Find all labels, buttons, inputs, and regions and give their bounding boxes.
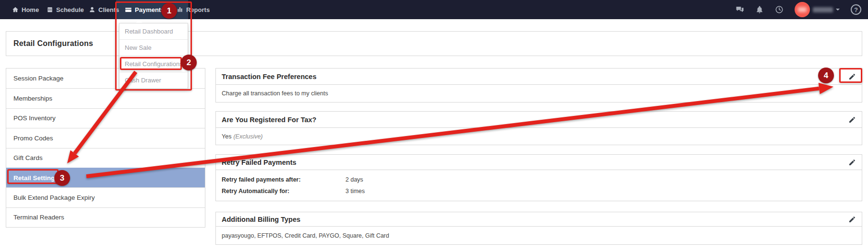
user-menu[interactable] [795, 2, 840, 17]
section-transaction-fee-preferences: Transaction Fee Preferences Charge all t… [215, 68, 862, 103]
section-header: Additional Billing Types [215, 212, 862, 227]
page-title: Retail Configurations [13, 39, 93, 48]
sidebar-item-label: Retail Settings [13, 174, 59, 182]
home-icon [12, 6, 19, 13]
chevron-down-icon [836, 9, 840, 11]
nav-label-reports: Reports [186, 6, 210, 13]
sidebar-item-label: Promo Codes [13, 135, 53, 142]
section-header: Transaction Fee Preferences [215, 68, 862, 85]
setting-row: Retry Automatically for: 3 times [222, 188, 856, 195]
dropdown-caret-up-icon [136, 19, 143, 23]
nav-item-schedule[interactable]: Schedule [47, 0, 84, 19]
setting-value: payasyougo, EFTPOS, Credit Card, PAYGO, … [222, 232, 856, 239]
sidebar-item-label: Memberships [13, 95, 52, 102]
menu-item-retail-configurations[interactable]: Retail Configurations [119, 56, 188, 72]
help-glyph: ? [854, 6, 858, 13]
menu-item-cash-drawer[interactable]: Cash Drawer [119, 72, 188, 88]
setting-row: Retry failed payments after: 2 days [222, 176, 856, 183]
section-registered-for-tax: Are You Registered For Tax? Yes(Exclusiv… [215, 111, 862, 145]
nav-label-payments: Payments [135, 6, 164, 13]
section-body: Charge all transaction fees to my client… [215, 84, 862, 103]
section-retry-failed-payments: Retry Failed Payments Retry failed payme… [215, 154, 862, 201]
setting-value: Charge all transaction fees to my client… [222, 90, 856, 97]
setting-note: (Exclusive) [233, 133, 262, 140]
notifications-bell-icon[interactable] [755, 5, 764, 14]
edit-pencil-icon[interactable] [848, 159, 856, 166]
nav-label-home: Home [22, 6, 39, 13]
section-body: Yes(Exclusive) [215, 127, 862, 145]
avatar-redacted [798, 7, 807, 12]
chevron-down-icon [168, 9, 173, 11]
setting-value: 2 days [345, 176, 363, 183]
section-title: Are You Registered For Tax? [222, 116, 316, 124]
credit-card-icon [125, 6, 132, 13]
nav-label-clients: Clients [98, 6, 119, 13]
sidebar-item-promo-codes[interactable]: Promo Codes [6, 128, 205, 148]
setting-value: Yes [222, 133, 231, 140]
nav-item-home[interactable]: Home [12, 0, 39, 19]
clock-icon[interactable] [775, 5, 784, 14]
chat-icon[interactable] [736, 5, 744, 14]
sidebar-item-gift-cards[interactable]: Gift Cards [6, 148, 205, 168]
section-body: payasyougo, EFTPOS, Credit Card, PAYGO, … [215, 226, 862, 245]
sidebar-item-pos-inventory[interactable]: POS Inventory [6, 108, 205, 128]
nav-label-schedule: Schedule [56, 6, 84, 13]
sidebar-item-label: Bulk Extend Package Expiry [13, 194, 95, 201]
edit-pencil-icon[interactable] [848, 216, 856, 223]
edit-pencil-icon[interactable] [848, 73, 856, 80]
username-redacted [813, 7, 833, 12]
avatar [795, 2, 810, 17]
setting-label: Retry Automatically for: [222, 188, 345, 195]
sidebar-item-terminal-readers[interactable]: Terminal Readers [6, 207, 205, 227]
nav-item-clients[interactable]: Clients [89, 0, 119, 19]
top-nav: Home Schedule Clients Payments Reports [0, 0, 868, 19]
sidebar-item-label: Gift Cards [13, 154, 43, 161]
sidebar-item-label: POS Inventory [13, 115, 56, 122]
section-body: Retry failed payments after: 2 days Retr… [215, 170, 862, 201]
sidebar-item-bulk-extend-package-expiry[interactable]: Bulk Extend Package Expiry [6, 187, 205, 207]
nav-right-group: ? [736, 0, 861, 19]
sidebar-item-label: Terminal Readers [13, 214, 64, 221]
help-icon[interactable]: ? [851, 4, 861, 15]
person-icon [89, 6, 95, 13]
menu-item-new-sale[interactable]: New Sale [119, 39, 188, 56]
setting-label: Retry failed payments after: [222, 176, 345, 183]
section-title: Additional Billing Types [222, 216, 300, 223]
setting-value: 3 times [345, 188, 365, 195]
sidebar-item-retail-settings[interactable]: Retail Settings [6, 168, 205, 187]
retail-configurations-screen: Home Schedule Clients Payments Reports [0, 0, 868, 252]
section-title: Transaction Fee Preferences [222, 73, 316, 80]
section-additional-billing-types: Additional Billing Types payasyougo, EFT… [215, 212, 862, 245]
settings-sidebar: Session Package Memberships POS Inventor… [6, 68, 205, 228]
bar-chart-icon [177, 6, 183, 13]
menu-item-retail-dashboard[interactable]: Retail Dashboard [119, 23, 188, 39]
section-title: Retry Failed Payments [222, 159, 297, 166]
nav-item-reports[interactable]: Reports [177, 0, 210, 19]
sidebar-item-label: Session Package [13, 75, 63, 82]
section-header: Retry Failed Payments [215, 154, 862, 170]
calendar-icon [47, 6, 53, 13]
edit-pencil-icon[interactable] [848, 116, 856, 124]
section-header: Are You Registered For Tax? [215, 111, 862, 128]
payments-dropdown-menu: Retail Dashboard New Sale Retail Configu… [119, 23, 188, 89]
sidebar-item-memberships[interactable]: Memberships [6, 88, 205, 108]
